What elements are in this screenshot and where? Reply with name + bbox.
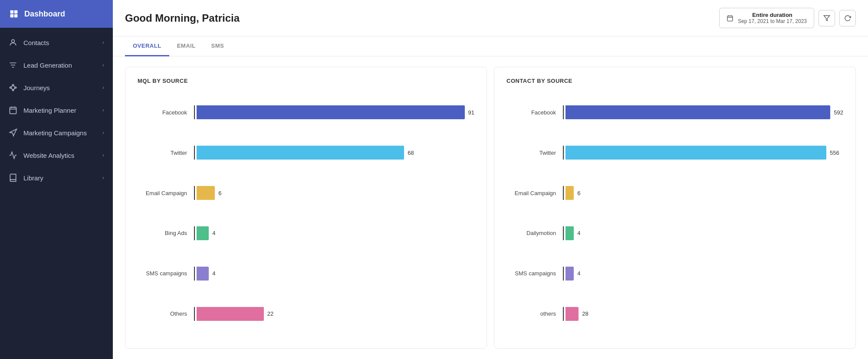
dashboard-icon	[9, 9, 19, 19]
bar-value: 68	[408, 150, 414, 156]
bar-label: Email Campaign	[138, 190, 194, 196]
sidebar-item-library[interactable]: Library ›	[0, 166, 113, 189]
contacts-chevron: ›	[102, 39, 104, 46]
bar-value: 6	[218, 190, 221, 196]
bar-label: Dailymotion	[506, 230, 563, 236]
bar-label: Email Campaign	[506, 190, 563, 196]
marketing-campaigns-chevron: ›	[102, 130, 104, 136]
journeys-label: Journeys	[23, 84, 50, 91]
svg-marker-21	[824, 16, 829, 21]
bar-label: Twitter	[506, 150, 563, 156]
bar	[566, 267, 574, 281]
bar	[197, 105, 465, 119]
library-label: Library	[23, 174, 43, 182]
tab-email[interactable]: EMAIL	[169, 36, 204, 56]
marketing-planner-icon	[9, 106, 17, 114]
bar	[197, 186, 215, 200]
svg-line-11	[14, 88, 15, 89]
bar-value: 4	[212, 230, 215, 236]
header-controls: Entire duration Sep 17, 2021 to Mar 17, …	[719, 8, 856, 28]
date-range-button[interactable]: Entire duration Sep 17, 2021 to Mar 17, …	[719, 8, 814, 28]
bar-value: 22	[267, 310, 273, 317]
tab-overall[interactable]: OVERALL	[125, 36, 169, 56]
sidebar-item-marketing-campaigns[interactable]: Marketing Campaigns ›	[0, 121, 113, 144]
svg-point-8	[12, 89, 13, 91]
bar-value: 4	[212, 270, 215, 277]
charts-area: MQL BY SOURCE Facebook 91 Twitter 68 Ema…	[113, 56, 868, 359]
sidebar-item-lead-generation[interactable]: Lead Generation ›	[0, 54, 113, 76]
refresh-icon	[844, 15, 851, 22]
main-header: Good Morning, Patricia Entire duration S…	[113, 0, 868, 36]
svg-point-7	[15, 87, 16, 88]
lead-generation-chevron: ›	[102, 62, 104, 68]
sidebar-item-contacts[interactable]: Contacts ›	[0, 31, 113, 54]
tab-sms[interactable]: SMS	[204, 36, 232, 56]
bar	[197, 146, 404, 160]
svg-rect-2	[10, 14, 14, 18]
journeys-icon	[9, 83, 17, 92]
lead-generation-icon	[9, 61, 17, 69]
bar-value: 91	[468, 109, 474, 116]
sidebar: Dashboard Contacts › Lead Ge	[0, 0, 113, 359]
bar-label: Others	[138, 310, 194, 317]
bar-label: SMS campaigns	[138, 270, 194, 277]
bar	[566, 307, 579, 321]
bar-row: Others 22	[138, 307, 474, 321]
bar-label: Bing Ads	[138, 230, 194, 236]
bar-value: 4	[577, 270, 580, 277]
bar-value: 6	[577, 190, 580, 196]
bar	[197, 307, 264, 321]
svg-point-6	[12, 85, 13, 86]
svg-rect-3	[14, 14, 18, 18]
bar-row: Twitter 68	[138, 146, 474, 160]
bar-value: 556	[830, 150, 839, 156]
bar-label: Facebook	[506, 109, 563, 116]
bar-row: Dailymotion 4	[506, 226, 843, 240]
tab-bar: OVERALL EMAIL SMS	[113, 36, 868, 56]
sidebar-item-marketing-planner[interactable]: Marketing Planner ›	[0, 99, 113, 121]
svg-line-12	[11, 88, 12, 89]
date-range-label: Entire duration	[738, 12, 807, 18]
bar	[566, 146, 826, 160]
bar-label: Facebook	[138, 109, 194, 116]
page-title: Good Morning, Patricia	[125, 12, 240, 24]
svg-rect-0	[10, 10, 14, 14]
main-content: Good Morning, Patricia Entire duration S…	[113, 0, 868, 359]
bar	[566, 105, 830, 119]
contacts-label: Contacts	[23, 39, 49, 46]
filter-icon	[823, 15, 830, 22]
svg-rect-17	[727, 16, 733, 21]
bar-track: 28	[563, 307, 843, 321]
website-analytics-label: Website Analytics	[23, 152, 74, 159]
bar-row: Bing Ads 4	[138, 226, 474, 240]
bar-row: SMS campaigns 4	[506, 267, 843, 281]
bar-row: Email Campaign 6	[506, 186, 843, 200]
mql-chart-content: Facebook 91 Twitter 68 Email Campaign 6 …	[138, 96, 474, 338]
lead-generation-label: Lead Generation	[23, 62, 72, 69]
sidebar-item-website-analytics[interactable]: Website Analytics ›	[0, 144, 113, 166]
journeys-chevron: ›	[102, 85, 104, 91]
mql-by-source-card: MQL BY SOURCE Facebook 91 Twitter 68 Ema…	[125, 67, 487, 349]
contact-chart-content: Facebook 592 Twitter 556 Email Campaign …	[506, 96, 843, 338]
bar-label: Twitter	[138, 150, 194, 156]
bar-row: SMS campaigns 4	[138, 267, 474, 281]
sidebar-item-journeys[interactable]: Journeys ›	[0, 76, 113, 99]
website-analytics-chevron: ›	[102, 152, 104, 158]
marketing-campaigns-icon	[9, 128, 17, 137]
bar-track: 68	[194, 146, 474, 160]
bar-track: 91	[194, 105, 474, 119]
contact-chart-title: CONTACT BY SOURCE	[506, 78, 843, 84]
refresh-button[interactable]	[839, 10, 856, 26]
marketing-planner-chevron: ›	[102, 107, 104, 113]
bar-row: Email Campaign 6	[138, 186, 474, 200]
bar-track: 4	[563, 267, 843, 281]
contact-by-source-card: CONTACT BY SOURCE Facebook 592 Twitter 5…	[494, 67, 856, 349]
svg-rect-1	[14, 10, 18, 14]
bar-row: others 28	[506, 307, 843, 321]
bar-track: 22	[194, 307, 474, 321]
bar-value: 592	[834, 109, 843, 116]
filter-button[interactable]	[819, 10, 835, 26]
website-analytics-icon	[9, 151, 17, 160]
svg-rect-13	[10, 107, 16, 114]
sidebar-header[interactable]: Dashboard	[0, 0, 113, 28]
